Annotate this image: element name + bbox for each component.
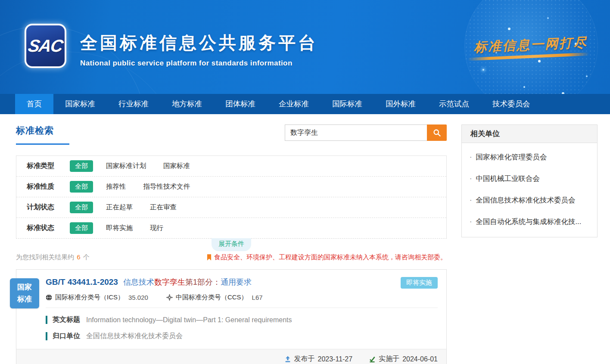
filter-option[interactable]: 即将实施 — [106, 224, 133, 233]
page-title: 标准检索 — [16, 124, 69, 137]
related-units-panel: 相关单位 ·国家标准化管理委员会 ·中国机械工业联合会 ·全国信息技术标准化技术… — [461, 124, 598, 237]
filter-all-button[interactable]: 全部 — [70, 181, 93, 193]
nav-tab-pilot-programs[interactable]: 示范试点 — [427, 94, 481, 114]
filter-all-button[interactable]: 全部 — [70, 202, 93, 213]
search-section: 标准检索 — [16, 124, 447, 150]
field-committee: 归口单位 全国信息技术标准化技术委员会 — [46, 332, 438, 341]
filter-row-standard-type: 标准类型 全部 国家标准计划 国家标准 — [16, 156, 446, 176]
globe-icon — [46, 294, 52, 301]
nav-tab-technical-committees[interactable]: 技术委员会 — [481, 94, 542, 114]
title-segment: 第1部分： — [185, 277, 221, 287]
expand-conditions-button[interactable]: 展开条件 — [212, 238, 251, 251]
nav-tab-international-standards[interactable]: 国际标准 — [321, 94, 374, 114]
sidebar-item-it-standards-committee[interactable]: ·全国信息技术标准化技术委员会 — [469, 190, 590, 211]
bullet: · — [470, 153, 472, 161]
sac-logo-inner: SAC — [26, 25, 65, 66]
field-label: 英文标题 — [53, 315, 80, 324]
implemented-date: 2024-06-01 — [402, 355, 438, 363]
site-title-block: 全国标准信息公共服务平台 National public service pla… — [80, 31, 318, 68]
compass-icon — [166, 294, 173, 301]
card-divider — [46, 308, 438, 308]
nav-tab-foreign-standards[interactable]: 国外标准 — [374, 94, 427, 114]
filter-label: 计划状态 — [27, 203, 70, 212]
site-title: 全国标准信息公共服务平台 — [80, 31, 318, 55]
filter-panel: 标准类型 全部 国家标准计划 国家标准 标准性质 全部 推荐性 指导性技术文件 … — [16, 156, 447, 239]
published-date-item: 发布于 2023-11-27 — [284, 355, 353, 364]
nav-tab-local-standards[interactable]: 地方标准 — [160, 94, 214, 114]
page-header: SAC 全国标准信息公共服务平台 National public service… — [0, 0, 610, 94]
field-label: 归口单位 — [53, 332, 80, 341]
nav-tab-national-standards[interactable]: 国家标准 — [53, 94, 107, 114]
results-count-suffix: 个 — [81, 253, 90, 261]
field-accent-bar — [46, 332, 47, 340]
filter-option[interactable]: 现行 — [150, 224, 163, 233]
status-badge: 即将实施 — [401, 277, 438, 289]
site-subtitle: National public service platform for sta… — [80, 59, 318, 68]
card-body: GB/T 43441.1-2023 信息技术 数字孪生 第1部分： 通用要求 — [16, 270, 446, 341]
badge-line1: 国家 — [17, 281, 32, 293]
sidebar-item-label: 中国机械工业联合会 — [476, 174, 540, 182]
filter-all-button[interactable]: 全部 — [70, 160, 93, 172]
implemented-label: 实施于 — [379, 355, 399, 364]
sidebar-item-automation-committee[interactable]: ·全国自动化系统与集成标准化技... — [469, 211, 590, 233]
search-button[interactable] — [427, 124, 447, 141]
standard-code: GB/T 43441.1-2023 — [46, 277, 118, 287]
nav-tab-enterprise-standards[interactable]: 企业标准 — [267, 94, 321, 114]
filter-row-standard-status: 标准状态 全部 即将实施 现行 — [16, 218, 446, 238]
sidebar-item-label: 国家标准化管理委员会 — [476, 153, 547, 161]
bullet: · — [470, 196, 472, 204]
filter-option[interactable]: 正在起草 — [106, 203, 133, 212]
filter-option[interactable]: 推荐性 — [106, 182, 126, 191]
field-accent-bar — [46, 316, 47, 324]
sidebar-item-label: 全国自动化系统与集成标准化技... — [476, 218, 582, 225]
sidebar-item-machinery-federation[interactable]: ·中国机械工业联合会 — [469, 168, 590, 190]
published-label: 发布于 — [294, 355, 315, 364]
filter-all-button[interactable]: 全部 — [70, 222, 93, 234]
sidebar-item-label: 全国信息技术标准化技术委员会 — [476, 196, 576, 204]
bullet: · — [470, 218, 472, 225]
results-count-prefix: 为您找到相关结果约 — [16, 253, 76, 261]
search-icon — [433, 128, 442, 137]
related-units-list: ·国家标准化管理委员会 ·中国机械工业联合会 ·全国信息技术标准化技术委员会 ·… — [462, 143, 597, 237]
search-input[interactable] — [285, 124, 427, 141]
sac-logo-text: SAC — [27, 36, 64, 56]
filter-label: 标准类型 — [27, 162, 70, 171]
title-segment: 通用要求 — [221, 277, 252, 287]
standard-title-link[interactable]: GB/T 43441.1-2023 信息技术 数字孪生 第1部分： 通用要求 — [46, 277, 438, 287]
related-units-title: 相关单位 — [462, 125, 597, 143]
filter-label: 标准性质 — [27, 182, 70, 191]
nav-tab-group-standards[interactable]: 团体标准 — [214, 94, 267, 114]
content-area: 标准检索 标准类型 全部 国家标准计 — [0, 114, 610, 364]
filter-label: 标准状态 — [27, 224, 70, 233]
ics-label: 国际标准分类号（ICS） — [55, 293, 124, 302]
filter-option[interactable]: 正在审查 — [150, 203, 177, 212]
results-count-number: 6 — [76, 253, 81, 261]
filter-option[interactable]: 国家标准 — [163, 162, 190, 171]
main-nav: 首页 国家标准 行业标准 地方标准 团体标准 企业标准 国际标准 国外标准 示范… — [0, 94, 610, 114]
section-title-block: 标准检索 — [16, 124, 69, 145]
filter-row-standard-nature: 标准性质 全部 推荐性 指导性技术文件 — [16, 176, 446, 197]
sidebar-column: 相关单位 ·国家标准化管理委员会 ·中国机械工业联合会 ·全国信息技术标准化技术… — [461, 124, 598, 237]
bookmark-icon — [207, 254, 212, 261]
filter-row-plan-status: 计划状态 全部 正在起草 正在审查 — [16, 197, 446, 218]
results-summary-row: 为您找到相关结果约 6 个 食品安全、环境保护、工程建设方面的国家标准未纳入本系… — [16, 253, 447, 261]
sparkle-dots — [482, 69, 484, 71]
card-footer: 发布于 2023-11-27 实施于 2024-06-01 — [16, 349, 446, 364]
check-icon — [369, 356, 376, 363]
title-segment-keyword: 数字孪生 — [154, 277, 185, 287]
filter-option[interactable]: 指导性技术文件 — [143, 182, 190, 191]
search-bar — [285, 124, 447, 141]
published-date: 2023-11-27 — [318, 355, 353, 363]
nav-tab-home[interactable]: 首页 — [15, 94, 53, 114]
title-segment: 信息技术 — [123, 277, 154, 287]
nav-tab-industry-standards[interactable]: 行业标准 — [107, 94, 160, 114]
results-count: 为您找到相关结果约 6 个 — [16, 253, 90, 261]
sidebar-item-sac[interactable]: ·国家标准化管理委员会 — [469, 146, 590, 168]
sac-logo[interactable]: SAC — [25, 24, 66, 68]
notice-block: 食品安全、环境保护、工程建设方面的国家标准未纳入本系统，请咨询相关部委。 — [207, 253, 447, 261]
standard-type-badge: 国家 标准 — [10, 278, 39, 308]
badge-line2: 标准 — [17, 293, 32, 305]
filter-option[interactable]: 国家标准计划 — [106, 162, 146, 171]
field-english-title: 英文标题 Information technology—Digital twin… — [46, 315, 438, 324]
standard-result-card: 国家 标准 即将实施 GB/T 43441.1-2023 信息技术 数字孪生 第… — [16, 269, 447, 364]
